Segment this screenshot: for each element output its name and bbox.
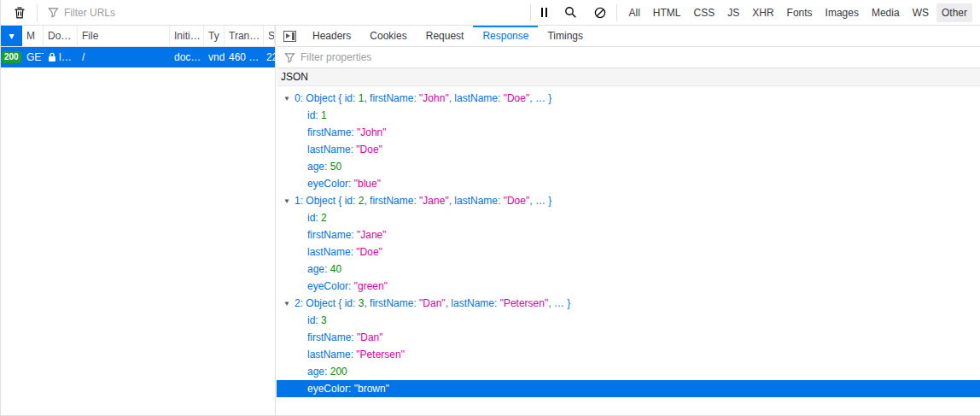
preview-close: , … } [548, 297, 570, 309]
json-property-row[interactable]: age: 50 [277, 158, 980, 175]
funnel-icon [48, 7, 59, 18]
json-property-row[interactable]: eyeColor: "green" [277, 278, 980, 295]
json-property-row[interactable]: lastName: "Petersen" [277, 346, 980, 363]
initiator-cell: doc… [170, 47, 204, 67]
property-value: "blue" [354, 178, 381, 190]
filter-xhr-button[interactable]: XHR [747, 3, 779, 22]
clear-requests-button[interactable] [9, 4, 30, 21]
property-key: lastName: [307, 246, 356, 258]
tab-timings[interactable]: Timings [538, 26, 592, 46]
preview-key: id: [345, 297, 359, 309]
status-badge: 200 [2, 51, 21, 63]
property-key: id: [307, 109, 321, 121]
json-property-row[interactable]: id: 3 [277, 312, 980, 329]
filter-properties-input[interactable]: Filter properties [300, 51, 371, 63]
twisty-expanded-icon[interactable]: ▼ [283, 296, 295, 312]
twisty-expanded-icon[interactable]: ▼ [283, 193, 295, 209]
tab-request[interactable]: Request [417, 26, 474, 46]
preview-key: firstName: [370, 297, 419, 309]
filter-html-button[interactable]: HTML [648, 3, 686, 22]
toolbar-divider [37, 4, 38, 21]
pause-icon [541, 8, 547, 17]
details-tab-bar: HeadersCookiesRequestResponseTimings [277, 26, 980, 47]
json-property-row[interactable]: eyeColor: "brown" [277, 380, 980, 397]
property-value: 2 [321, 212, 327, 224]
json-property-row[interactable]: lastName: "Doe" [277, 243, 980, 261]
property-key: id: [307, 314, 321, 326]
filter-js-button[interactable]: JS [722, 3, 744, 22]
request-list-header: ▾MDo…FileIniti…TyTran…Siz [1, 26, 275, 47]
column-header-ty[interactable]: Ty [204, 26, 225, 46]
tab-headers[interactable]: Headers [303, 26, 360, 46]
preview-key: id: [345, 92, 359, 104]
json-property-row[interactable]: lastName: "Doe" [277, 141, 980, 158]
json-object-preview: Object { id: 3, firstName: "Dan", lastNa… [306, 297, 570, 309]
column-header-initi[interactable]: Initi… [170, 26, 204, 46]
json-object-row[interactable]: ▼1: Object { id: 2, firstName: "Jane", l… [277, 192, 980, 209]
json-property-row[interactable]: age: 40 [277, 261, 980, 278]
json-object-preview: Object { id: 2, firstName: "Jane", lastN… [306, 195, 551, 207]
property-value: "Doe" [356, 246, 382, 258]
json-object-row[interactable]: ▼2: Object { id: 3, firstName: "Dan", la… [277, 295, 980, 312]
property-key: eyeColor: [307, 178, 354, 190]
property-key: eyeColor: [307, 280, 354, 292]
filter-ws-button[interactable]: WS [907, 3, 934, 22]
transferred-cell: 460 … [225, 47, 264, 67]
preview-value: "Doe" [504, 195, 530, 207]
request-row[interactable]: 200GETl…/doc…vnd…460 …224 [1, 47, 275, 67]
filter-media-button[interactable]: Media [866, 3, 905, 22]
column-header-file[interactable]: File [78, 26, 170, 46]
search-button[interactable] [561, 4, 580, 21]
type-filter-buttons: AllHTMLCSSJSXHRFontsImagesMediaWSOther [624, 3, 975, 22]
tab-cookies[interactable]: Cookies [360, 26, 416, 46]
property-value: 1 [321, 109, 327, 121]
json-property-row[interactable]: eyeColor: "blue" [277, 175, 980, 192]
preview-key: firstName: [370, 195, 419, 207]
type-cell: vnd… [204, 47, 225, 67]
preview-open: Object { [306, 195, 344, 207]
filter-all-button[interactable]: All [624, 3, 645, 22]
property-key: age: [307, 161, 330, 173]
status-column-header[interactable]: ▾ [1, 26, 22, 46]
json-property-row[interactable]: firstName: "Dan" [277, 329, 980, 346]
filter-css-button[interactable]: CSS [689, 3, 720, 22]
json-property-row[interactable]: age: 200 [277, 363, 980, 380]
property-key: lastName: [307, 144, 356, 155]
json-property-row[interactable]: firstName: "Jane" [277, 226, 980, 243]
tab-response[interactable]: Response [473, 26, 538, 46]
file-cell: / [78, 47, 170, 67]
filter-urls-input[interactable]: Filter URLs [64, 7, 115, 19]
filter-other-button[interactable]: Other [936, 3, 972, 22]
trash-icon [13, 6, 26, 20]
json-object-index: 1: [295, 195, 306, 207]
property-value: 3 [321, 314, 327, 326]
block-requests-button[interactable] [591, 5, 610, 21]
json-section-header[interactable]: JSON [277, 68, 980, 86]
column-header-tran[interactable]: Tran… [225, 26, 264, 46]
json-property-row[interactable]: id: 1 [277, 107, 980, 124]
json-response-tree: ▼0: Object { id: 1, firstName: "John", l… [277, 86, 980, 397]
preview-key: lastName: [454, 195, 503, 207]
property-key: firstName: [307, 229, 357, 241]
json-object-row[interactable]: ▼0: Object { id: 1, firstName: "John", l… [277, 90, 980, 107]
json-object-index: 0: [295, 92, 306, 104]
pause-requests-button[interactable] [538, 6, 551, 19]
preview-key: lastName: [451, 297, 499, 309]
close-details-pane-button[interactable] [277, 26, 303, 46]
json-property-row[interactable]: id: 2 [277, 209, 980, 226]
filter-images-button[interactable]: Images [820, 3, 864, 22]
column-header-siz[interactable]: Siz [264, 26, 275, 46]
network-monitor-panel: Filter URLs AllHTMLCSSJSXHRFontsImagesMe… [0, 0, 980, 416]
funnel-icon [284, 52, 295, 63]
filter-properties-row: Filter properties [277, 47, 980, 68]
filter-fonts-button[interactable]: Fonts [782, 3, 818, 22]
json-property-row[interactable]: firstName: "John" [277, 124, 980, 141]
property-value: "green" [354, 280, 388, 292]
twisty-expanded-icon[interactable]: ▼ [283, 91, 295, 107]
size-cell: 224 [264, 47, 275, 67]
column-header-do[interactable]: Do… [44, 26, 78, 46]
network-toolbar: Filter URLs AllHTMLCSSJSXHRFontsImagesMe… [1, 0, 980, 26]
property-value: "Jane" [357, 229, 387, 241]
column-header-m[interactable]: M [22, 26, 44, 46]
preview-open: Object { [306, 297, 344, 309]
